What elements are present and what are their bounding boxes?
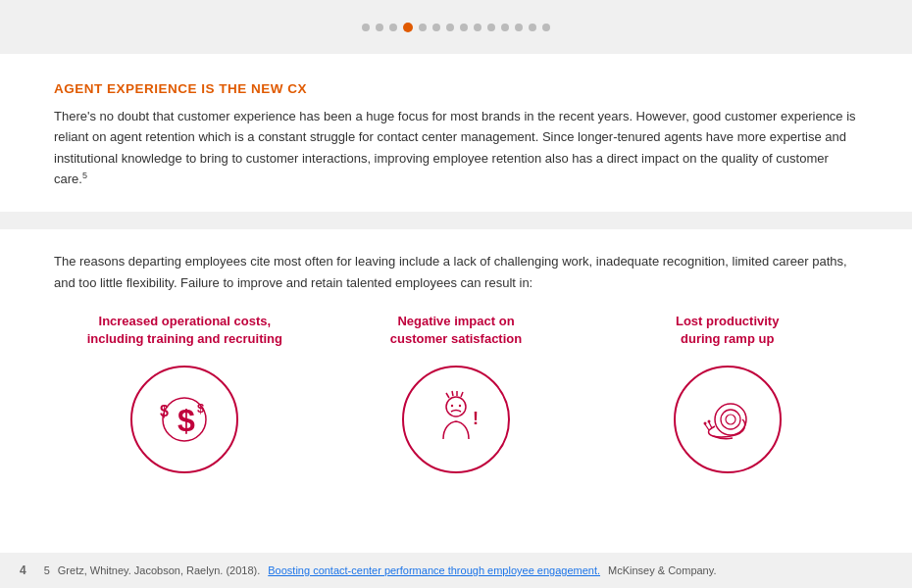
svg-point-14 [726, 415, 735, 424]
slide-dot-6[interactable] [432, 24, 440, 31]
svg-point-18 [707, 419, 710, 422]
svg-point-13 [721, 410, 740, 429]
footnote-link[interactable]: Boosting contact-center performance thro… [268, 564, 600, 576]
footnote-end: McKinsey & Company. [608, 564, 716, 576]
svg-text:!: ! [473, 409, 479, 428]
icon-circle-snail [674, 366, 782, 473]
slide-dot-2[interactable] [376, 24, 383, 31]
three-columns: Increased operational costs,including tr… [54, 313, 858, 473]
snail-icon [693, 385, 762, 454]
slide-dot-11[interactable] [501, 24, 509, 31]
slide-dot-4[interactable] [403, 23, 413, 32]
svg-line-6 [452, 391, 453, 396]
section-divider [0, 212, 912, 229]
section-title: AGENT EXPERIENCE IS THE NEW CX [54, 81, 858, 96]
section-body-text: There's no doubt that customer experienc… [54, 109, 856, 187]
col-label-3: Lost productivityduring ramp up [676, 313, 779, 352]
slide-dot-8[interactable] [460, 24, 468, 31]
footnote-number: 5 [44, 564, 50, 576]
section-bottom: The reasons departing employees cite mos… [0, 229, 912, 553]
svg-point-9 [451, 405, 453, 407]
departing-employees-para: The reasons departing employees cite mos… [54, 251, 858, 293]
svg-text:$: $ [160, 403, 169, 419]
slide-dot-3[interactable] [389, 24, 397, 31]
section-body: There's no doubt that customer experienc… [54, 106, 858, 190]
svg-point-12 [715, 404, 746, 435]
svg-line-17 [709, 422, 712, 428]
svg-point-16 [703, 421, 706, 424]
page-number: 4 [20, 564, 26, 577]
col-label-1: Increased operational costs,including tr… [87, 313, 282, 352]
footnote-text: Gretz, Whitney. Jacobson, Raelyn. (2018)… [58, 564, 260, 576]
main-content: AGENT EXPERIENCE IS THE NEW CX There's n… [0, 54, 912, 553]
col-label-2: Negative impact oncustomer satisfaction [390, 313, 522, 352]
svg-line-5 [446, 393, 449, 398]
svg-line-15 [705, 424, 709, 430]
slide-dot-14[interactable] [542, 24, 550, 31]
slide-dot-7[interactable] [446, 24, 454, 31]
slide-dot-9[interactable] [474, 24, 481, 31]
slide-dot-5[interactable] [419, 24, 427, 31]
slide-dot-12[interactable] [515, 24, 523, 31]
col-productivity: Lost productivityduring ramp up [596, 313, 858, 473]
frustration-icon: ! [422, 385, 490, 454]
slide-indicator [0, 0, 912, 54]
section-top: AGENT EXPERIENCE IS THE NEW CX There's n… [0, 54, 912, 212]
icon-circle-frustration: ! [402, 366, 510, 473]
icon-circle-dollar: $ $ $ [130, 366, 238, 473]
slide-dot-13[interactable] [529, 24, 536, 31]
page-wrapper: AGENT EXPERIENCE IS THE NEW CX There's n… [0, 0, 912, 588]
dollar-icon: $ $ $ [150, 385, 219, 454]
svg-point-10 [459, 405, 461, 407]
col-operational-costs: Increased operational costs,including tr… [54, 313, 316, 473]
footnote-superscript: 5 [82, 171, 87, 180]
svg-point-4 [446, 397, 466, 416]
slide-dot-10[interactable] [487, 24, 495, 31]
svg-line-8 [461, 392, 463, 397]
svg-text:$: $ [197, 401, 205, 416]
footer: 4 5 Gretz, Whitney. Jacobson, Raelyn. (2… [0, 553, 912, 588]
col-customer-satisfaction: Negative impact oncustomer satisfaction [326, 313, 587, 473]
slide-dot-1[interactable] [362, 24, 370, 31]
svg-text:$: $ [177, 403, 195, 438]
